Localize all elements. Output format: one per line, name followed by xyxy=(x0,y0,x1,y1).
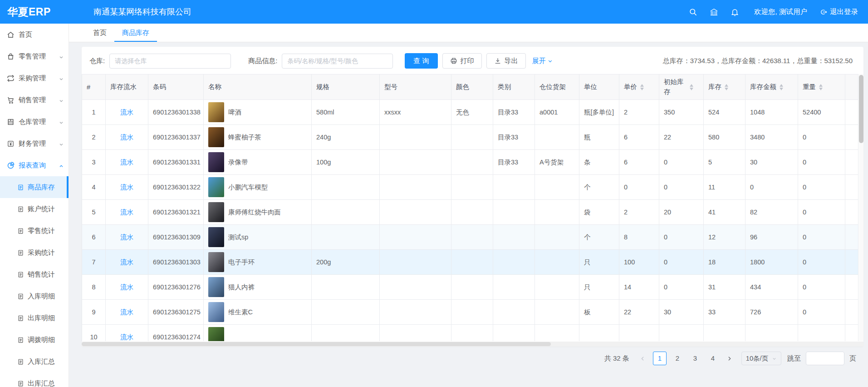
table-row[interactable]: 8流水6901236301276猫人内裤只140314340 xyxy=(82,275,858,300)
product-info-input[interactable] xyxy=(282,54,393,69)
stock-flow-link[interactable]: 流水 xyxy=(120,184,133,191)
page-number-3[interactable]: 3 xyxy=(688,352,702,365)
sidebar-item-sales[interactable]: 销售管理 xyxy=(0,89,69,111)
prev-page-button[interactable] xyxy=(637,352,649,365)
product-thumbnail[interactable] xyxy=(208,202,224,222)
cell-category xyxy=(493,300,535,325)
app-logo[interactable]: 华夏ERP xyxy=(0,5,69,19)
sidebar-item-purchase[interactable]: 采购管理 xyxy=(0,67,69,89)
cell-name: 录像带 xyxy=(204,150,312,175)
table-row[interactable]: 4流水6901236301322小鹏汽车模型个001100 xyxy=(82,175,858,200)
product-thumbnail[interactable] xyxy=(208,177,224,197)
jump-page-input[interactable] xyxy=(806,352,844,365)
product-thumbnail[interactable] xyxy=(208,127,224,147)
notification-bell-icon[interactable] xyxy=(731,8,739,16)
sidebar-item-label: 首页 xyxy=(19,30,32,39)
table-row[interactable]: 6流水6901236301309测试sp个8012960 xyxy=(82,225,858,250)
sidebar-item-inbound-detail[interactable]: 入库明细 xyxy=(0,285,69,307)
export-button[interactable]: 导出 xyxy=(486,53,526,69)
stock-flow-link[interactable]: 流水 xyxy=(120,233,133,241)
chevron-down-icon xyxy=(59,141,64,146)
stock-flow-link[interactable]: 流水 xyxy=(120,109,133,116)
inventory-table-wrap: #库存流水条码名称规格型号颜色类别仓位货架单位单价初始库存库存库存金额重量 1流… xyxy=(82,74,863,341)
sidebar-item-label: 出库明细 xyxy=(28,314,55,322)
sidebar-item-outbound-detail[interactable]: 出库明细 xyxy=(0,307,69,329)
search-icon[interactable] xyxy=(689,8,697,16)
sidebar: 首页零售管理采购管理销售管理仓库管理财务管理报表查询商品库存账户统计零售统计采购… xyxy=(0,24,69,387)
sidebar-item-finance[interactable]: 财务管理 xyxy=(0,133,69,154)
stock-flow-link[interactable]: 流水 xyxy=(120,134,133,141)
sidebar-item-purchase-stats[interactable]: 采购统计 xyxy=(0,242,69,263)
table-row[interactable]: 5流水6901236301321康师傅红烧牛肉面袋22041820 xyxy=(82,200,858,225)
cell-category xyxy=(493,325,535,342)
page-size-select[interactable]: 10条/页 xyxy=(741,352,781,365)
sidebar-item-outbound-summary[interactable]: 出库汇总 xyxy=(0,372,69,387)
tab-home[interactable]: 首页 xyxy=(85,24,114,42)
page-number-4[interactable]: 4 xyxy=(706,352,720,365)
table-row[interactable]: 7流水6901236301303电子手环200g只10001818000 xyxy=(82,250,858,275)
vertical-scrollbar-thumb[interactable] xyxy=(859,75,863,143)
product-thumbnail[interactable] xyxy=(208,302,224,322)
sidebar-item-product-stock[interactable]: 商品库存 xyxy=(0,176,69,198)
expand-toggle[interactable]: 展开 xyxy=(532,57,553,65)
sidebar-item-transfer-detail[interactable]: 调拨明细 xyxy=(0,329,69,351)
sidebar-item-home[interactable]: 首页 xyxy=(0,24,69,45)
tab-product-stock[interactable]: 商品库存 xyxy=(114,24,157,42)
table-row[interactable]: 1流水6901236301338啤酒580mlxxsxx无色目录33a0001瓶… xyxy=(82,100,858,125)
page-number-2[interactable]: 2 xyxy=(671,352,684,365)
cell-price: 2 xyxy=(619,200,659,225)
sidebar-item-retail-stats[interactable]: 零售统计 xyxy=(0,220,69,242)
next-page-button[interactable] xyxy=(724,352,736,365)
sidebar-item-inbound-summary[interactable]: 入库汇总 xyxy=(0,351,69,372)
chevron-down-icon xyxy=(547,58,553,64)
table-row[interactable]: 9流水6901236301275维生素C板2230337260 xyxy=(82,300,858,325)
cell-stock: 11 xyxy=(704,175,745,200)
product-thumbnail[interactable] xyxy=(208,102,224,122)
column-header-index: # xyxy=(82,74,106,100)
print-button[interactable]: 打印 xyxy=(442,53,482,69)
sidebar-item-retail[interactable]: 零售管理 xyxy=(0,45,69,67)
stock-flow-link[interactable]: 流水 xyxy=(120,333,133,341)
product-name: 猫人内裤 xyxy=(228,283,255,292)
search-button[interactable]: 查 询 xyxy=(405,53,437,69)
table-row[interactable]: 3流水6901236301331录像带100g目录33A号货架条605300 xyxy=(82,150,858,175)
sidebar-item-account-stats[interactable]: 账户统计 xyxy=(0,198,69,220)
cell-weight: 0 xyxy=(798,225,845,250)
column-header-stock[interactable]: 库存 xyxy=(704,74,745,100)
stock-flow-link[interactable]: 流水 xyxy=(120,308,133,316)
column-header-stock-amount[interactable]: 库存金额 xyxy=(745,74,798,100)
table-row[interactable]: 10流水6901236301274 xyxy=(82,325,858,342)
product-thumbnail[interactable] xyxy=(208,227,224,247)
table-row[interactable]: 2流水6901236301337蜂蜜柚子茶240g目录33瓶6225803480… xyxy=(82,125,858,150)
jump-suffix-label: 页 xyxy=(849,354,856,363)
stock-flow-link[interactable]: 流水 xyxy=(120,283,133,291)
cell-filler xyxy=(845,250,858,275)
product-thumbnail[interactable] xyxy=(208,277,224,297)
stock-flow-link[interactable]: 流水 xyxy=(120,159,133,166)
product-thumbnail[interactable] xyxy=(208,327,224,341)
cell-spec xyxy=(312,275,380,300)
column-header-initial-stock[interactable]: 初始库存 xyxy=(659,74,704,100)
column-header-price[interactable]: 单价 xyxy=(619,74,659,100)
warehouse-select-input[interactable] xyxy=(109,54,231,69)
horizontal-scrollbar-thumb[interactable] xyxy=(82,342,551,346)
stock-flow-link[interactable]: 流水 xyxy=(120,208,133,216)
cell-price xyxy=(619,325,659,342)
product-thumbnail[interactable] xyxy=(208,252,224,272)
cell-weight: 52400 xyxy=(798,100,845,125)
cell-stock-amount xyxy=(745,325,798,342)
page-number-1[interactable]: 1 xyxy=(653,352,667,365)
cell-rack xyxy=(535,175,579,200)
sidebar-item-warehouse[interactable]: 仓库管理 xyxy=(0,111,69,133)
cell-spec xyxy=(312,175,380,200)
platform-icon[interactable] xyxy=(710,8,718,16)
expand-label: 展开 xyxy=(532,57,546,65)
cell-weight: 0 xyxy=(798,300,845,325)
column-header-weight[interactable]: 重量 xyxy=(798,74,845,100)
sidebar-item-reports[interactable]: 报表查询 xyxy=(0,154,69,176)
chevron-up-icon xyxy=(59,163,64,168)
logout-button[interactable]: 退出登录 xyxy=(819,7,858,17)
stock-flow-link[interactable]: 流水 xyxy=(120,258,133,266)
sidebar-item-sales-stats[interactable]: 销售统计 xyxy=(0,263,69,285)
product-thumbnail[interactable] xyxy=(208,152,224,172)
